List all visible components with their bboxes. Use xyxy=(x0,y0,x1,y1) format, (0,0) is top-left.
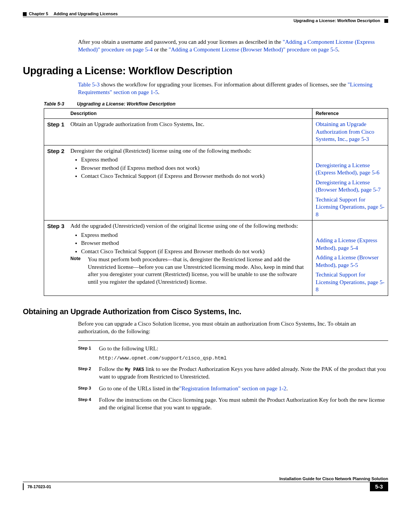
step-body: Go to one of the URLs listed in the"Regi… xyxy=(99,385,388,392)
intro-paragraph: After you obtain a username and password… xyxy=(78,38,388,54)
table-row: Step 2 Deregister the original (Restrict… xyxy=(44,145,388,220)
step-reference: Adding a License (Express Method), page … xyxy=(312,220,388,296)
step-description: Obtain an Upgrade authorization from Cis… xyxy=(67,119,312,145)
table-header-empty xyxy=(44,109,68,119)
text: After you obtain a username and password… xyxy=(78,39,283,45)
my-paks-label: My PAKS xyxy=(125,367,144,372)
link-obtain-auth[interactable]: Obtaining an Upgrade Authorization from … xyxy=(315,121,374,142)
text: . xyxy=(338,46,339,53)
note-body: You must perform both procedures—that is… xyxy=(88,256,307,286)
text: Deregister the original (Restricted) lic… xyxy=(70,148,252,154)
text: Follow the xyxy=(99,366,125,372)
note-label: Note xyxy=(70,256,86,262)
link-add-browser[interactable]: "Adding a Component License (Browser Met… xyxy=(169,46,338,53)
step-body: Go to the following URL: http://www.opne… xyxy=(99,345,388,361)
list-item: Contact Cisco Technical Support (if Expr… xyxy=(81,248,309,256)
page-number: 5-3 xyxy=(370,482,388,491)
step-row: Step 2 Follow the My PAKS link to see th… xyxy=(78,365,388,381)
step-label: Step 3 xyxy=(78,385,99,392)
link-add-express[interactable]: Adding a License (Express Method), page … xyxy=(315,237,377,251)
step-label: Step 4 xyxy=(78,396,99,412)
section-heading: Upgrading a License: Workflow Descriptio… xyxy=(23,65,388,77)
header-section-path: Upgrading a License: Workflow Descriptio… xyxy=(23,17,388,23)
step-body: Follow the My PAKS link to see the Produ… xyxy=(99,365,388,381)
link-dereg-express[interactable]: Deregistering a License (Express Method)… xyxy=(315,162,379,176)
chapter-label: Chapter 5 xyxy=(29,11,48,16)
step-row: Step 3 Go to one of the URLs listed in t… xyxy=(78,385,388,392)
link-add-browser[interactable]: Adding a License (Browser Method), page … xyxy=(315,254,378,268)
text: Add the upgraded (Unrestricted) version … xyxy=(70,223,298,229)
footer-bar-icon xyxy=(23,483,24,490)
text: Go to one of the URLs listed in the xyxy=(99,385,179,391)
step-row: Step 4 Follow the instructions on the Ci… xyxy=(78,396,388,412)
page: Chapter 5 Adding and Upgrading Licenses … xyxy=(0,0,411,503)
section-path-text: Upgrading a License: Workflow Descriptio… xyxy=(293,18,380,23)
url-text: http://www.opnet.com/support/cisco_qsp.h… xyxy=(99,355,388,362)
table-row: Step 3 Add the upgraded (Unrestricted) v… xyxy=(44,220,388,296)
text: . xyxy=(287,385,288,391)
list-item: Express method xyxy=(81,232,309,239)
text: . xyxy=(158,89,159,95)
workflow-table: Description Reference Step 1 Obtain an U… xyxy=(44,108,388,296)
step-label: Step 1 xyxy=(44,119,68,145)
procedure-steps: Step 1 Go to the following URL: http://w… xyxy=(78,340,388,411)
step-description: Add the upgraded (Unrestricted) version … xyxy=(67,220,312,296)
list-item: Contact Cisco Technical Support (if Expr… xyxy=(81,173,309,180)
text: or the xyxy=(153,46,169,53)
link-tech-support[interactable]: Technical Support for Licensing Operatio… xyxy=(315,272,384,292)
subsection-heading: Obtaining an Upgrade Authorization from … xyxy=(23,307,388,316)
list-item: Express method xyxy=(81,156,309,164)
list-item: Browser method xyxy=(81,240,309,247)
step-label: Step 2 xyxy=(44,145,68,220)
step-label: Step 3 xyxy=(44,220,68,296)
link-registration-info[interactable]: "Registration Information" section on pa… xyxy=(179,385,287,391)
table-header-description: Description xyxy=(67,109,312,119)
list-item: Browser method (if Express method does n… xyxy=(81,165,309,172)
chapter-title: Adding and Upgrading Licenses xyxy=(54,11,118,16)
footer-doc-title: Installation Guide for Cisco Network Pla… xyxy=(23,476,388,482)
table-caption-text: Upgrading a License: Workflow Descriptio… xyxy=(77,101,175,107)
link-table-5-3[interactable]: Table 5-3 xyxy=(78,81,100,88)
step-description: Deregister the original (Restricted) lic… xyxy=(67,145,312,220)
table-caption: Table 5-3 Upgrading a License: Workflow … xyxy=(44,101,388,107)
page-footer: Installation Guide for Cisco Network Pla… xyxy=(23,476,388,491)
step-row: Step 1 Go to the following URL: http://w… xyxy=(78,345,388,361)
doc-number: 78-17023-01 xyxy=(27,484,51,489)
link-dereg-browser[interactable]: Deregistering a License (Browser Method)… xyxy=(315,179,381,193)
step-body: Follow the instructions on the Cisco lic… xyxy=(99,396,388,412)
step-label: Step 1 xyxy=(78,345,99,361)
text: Go to the following URL: xyxy=(99,345,388,352)
running-header: Chapter 5 Adding and Upgrading Licenses xyxy=(23,11,388,16)
section-intro: Table 5-3 shows the workflow for upgradi… xyxy=(78,81,388,96)
step-reference: Deregistering a License (Express Method)… xyxy=(312,145,388,220)
table-number: Table 5-3 xyxy=(44,101,64,107)
step-label: Step 2 xyxy=(78,365,99,381)
table-row: Step 1 Obtain an Upgrade authorization f… xyxy=(44,119,388,145)
header-marker-icon xyxy=(384,19,388,23)
header-marker-icon xyxy=(23,12,27,16)
link-tech-support[interactable]: Technical Support for Licensing Operatio… xyxy=(315,197,384,217)
subsection-intro: Before you can upgrade a Cisco Solution … xyxy=(78,320,388,335)
table-header-reference: Reference xyxy=(312,109,388,119)
text: shows the workflow for upgrading your li… xyxy=(100,81,348,88)
note: Note You must perform both procedures—th… xyxy=(70,256,309,286)
